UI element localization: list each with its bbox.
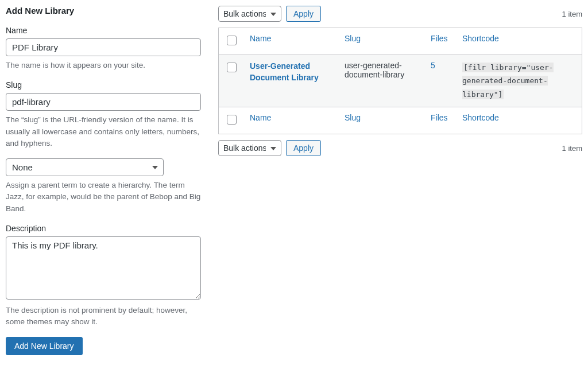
row-files-link[interactable]: 5 [431, 61, 435, 70]
form-heading: Add New Library [6, 6, 201, 15]
name-label: Name [6, 26, 201, 35]
col-footer-name[interactable]: Name [250, 113, 271, 122]
parent-select[interactable]: None [6, 158, 164, 176]
select-all-top-checkbox[interactable] [227, 36, 237, 45]
col-header-shortcode[interactable]: Shortcode [462, 34, 499, 43]
name-input[interactable] [6, 38, 201, 56]
parent-desc: Assign a parent term to create a hierarc… [6, 180, 201, 215]
name-desc: The name is how it appears on your site. [6, 60, 201, 71]
col-header-slug[interactable]: Slug [345, 34, 361, 43]
slug-label: Slug [6, 80, 201, 90]
col-header-name[interactable]: Name [250, 34, 271, 43]
row-slug: user-generated-document-library [339, 55, 425, 107]
item-count-top: 1 item [562, 10, 582, 18]
col-footer-slug[interactable]: Slug [345, 113, 361, 122]
slug-input[interactable] [6, 93, 201, 111]
description-desc: The description is not prominent by defa… [6, 305, 201, 328]
slug-desc: The “slug” is the URL-friendly version o… [6, 114, 201, 149]
apply-top-button[interactable]: Apply [286, 6, 321, 22]
bulk-actions-top-select[interactable]: Bulk actions [218, 6, 281, 22]
add-new-library-button[interactable]: Add New Library [6, 337, 83, 355]
col-footer-shortcode[interactable]: Shortcode [462, 113, 499, 122]
apply-bottom-button[interactable]: Apply [286, 140, 321, 156]
row-shortcode: [filr library="user-generated-document-l… [462, 63, 554, 99]
select-all-bottom-checkbox[interactable] [227, 115, 237, 125]
bulk-actions-bottom-select[interactable]: Bulk actions [218, 140, 281, 156]
description-label: Description [6, 224, 201, 233]
description-textarea[interactable]: This is my PDF library. [6, 236, 201, 300]
col-footer-files[interactable]: Files [431, 113, 448, 122]
col-header-files[interactable]: Files [431, 34, 448, 43]
row-checkbox[interactable] [227, 63, 237, 72]
item-count-bottom: 1 item [562, 144, 582, 153]
row-name-link[interactable]: User-Generated Document Library [250, 61, 319, 82]
table-row: User-Generated Document Library user-gen… [219, 55, 582, 107]
